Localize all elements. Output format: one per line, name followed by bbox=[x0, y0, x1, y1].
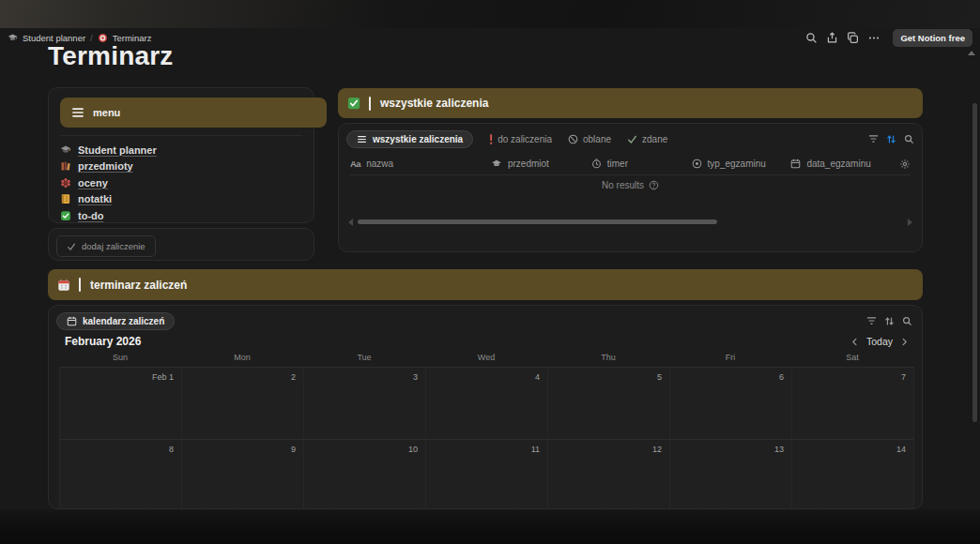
table-horizontal-scrollbar[interactable] bbox=[346, 218, 914, 226]
notebook-icon bbox=[60, 193, 71, 204]
books-icon bbox=[60, 160, 71, 172]
scrollbar-up-arrow[interactable] bbox=[968, 51, 975, 55]
assignments-callout-title: wszystkie zaliczenia bbox=[380, 97, 488, 110]
calendar-cell[interactable]: 6 bbox=[670, 368, 792, 440]
column-settings-gear-icon[interactable] bbox=[899, 159, 911, 170]
scrollbar-thumb[interactable] bbox=[358, 219, 717, 224]
graduation-cap-icon bbox=[491, 159, 502, 169]
filter-icon[interactable] bbox=[866, 316, 877, 325]
calendar-month-row: February 2026 Today bbox=[65, 333, 909, 350]
tab-oblane[interactable]: oblane bbox=[568, 134, 611, 144]
page-title: Terminarz bbox=[48, 41, 174, 71]
column-header-nazwa[interactable]: Aa nazwa bbox=[350, 159, 491, 169]
tab-label: zdane bbox=[642, 134, 667, 144]
date-label: 11 bbox=[531, 445, 540, 454]
sidebar-item-label: Student planner bbox=[78, 144, 157, 156]
tab-kalendarz-zaliczen[interactable]: kalendarz zaliczeń bbox=[56, 312, 175, 330]
sort-icon[interactable] bbox=[884, 316, 895, 326]
today-button[interactable]: Today bbox=[866, 336, 893, 347]
calendar-grid: Feb 1 2 3 4 5 6 7 8 9 10 11 12 13 14 bbox=[59, 367, 914, 509]
column-label: data_egzaminu bbox=[806, 159, 870, 169]
sidebar-item-to-do[interactable]: to-do bbox=[60, 207, 302, 224]
sidebar-item-label: przedmioty bbox=[78, 160, 133, 172]
calendar-cell[interactable]: 12 bbox=[548, 440, 670, 509]
bottom-window-band bbox=[0, 509, 980, 544]
sidebar-item-student-planner[interactable]: Student planner bbox=[60, 142, 302, 159]
column-label: timer bbox=[607, 159, 628, 169]
duplicate-icon[interactable] bbox=[847, 32, 859, 44]
tab-wszystkie-zaliczenia[interactable]: wszystkie zaliczenia bbox=[346, 130, 473, 148]
search-icon[interactable] bbox=[904, 134, 914, 144]
calendar-cell[interactable]: 5 bbox=[548, 368, 670, 440]
get-notion-free-button[interactable]: Get Notion free bbox=[893, 29, 972, 47]
share-icon[interactable] bbox=[826, 32, 838, 44]
scroll-right-arrow[interactable] bbox=[908, 219, 912, 226]
sidebar-item-oceny[interactable]: oceny bbox=[60, 174, 302, 191]
sort-icon[interactable] bbox=[886, 134, 896, 144]
scroll-left-arrow[interactable] bbox=[348, 219, 353, 226]
search-icon[interactable] bbox=[805, 32, 818, 44]
column-label: nazwa bbox=[366, 159, 393, 169]
calendar-cell[interactable]: 4 bbox=[426, 368, 548, 440]
calendar-cell[interactable]: 7 bbox=[792, 368, 914, 440]
column-header-timer[interactable]: timer bbox=[591, 159, 692, 169]
topbar-actions: Get Notion free bbox=[805, 29, 972, 47]
schedule-callout[interactable]: terminarz zaliczeń bbox=[48, 269, 923, 300]
weekday-label: Sat bbox=[791, 353, 913, 362]
menu-list: Student planner przedmioty oceny notatki… bbox=[60, 135, 302, 224]
calendar-cell[interactable]: 3 bbox=[304, 368, 426, 440]
chevron-left-icon[interactable] bbox=[850, 338, 859, 346]
date-label: 13 bbox=[774, 445, 784, 454]
list-icon bbox=[357, 135, 367, 144]
page-vertical-scrollbar[interactable] bbox=[972, 103, 977, 422]
schedule-callout-title: terminarz zaliczeń bbox=[90, 279, 187, 292]
more-options-icon[interactable] bbox=[867, 32, 880, 44]
calendar-cell[interactable]: 13 bbox=[670, 440, 792, 509]
date-label: 6 bbox=[779, 372, 784, 382]
sidebar-item-notatki[interactable]: notatki bbox=[60, 191, 302, 208]
column-header-przedmiot[interactable]: przedmiot bbox=[491, 159, 591, 169]
calendar-cell[interactable]: 14 bbox=[792, 440, 914, 509]
graduation-cap-icon bbox=[60, 144, 71, 156]
calendar-cell[interactable]: 2 bbox=[182, 368, 304, 440]
month-label: February 2026 bbox=[65, 335, 141, 348]
column-label: typ_egzaminu bbox=[708, 159, 766, 169]
filter-icon[interactable] bbox=[868, 134, 879, 144]
calendar-cell[interactable]: 10 bbox=[304, 440, 426, 509]
add-assignment-label: dodaj zaliczenie bbox=[82, 241, 145, 251]
date-label: 4 bbox=[535, 372, 540, 382]
date-label: 7 bbox=[901, 372, 906, 382]
add-assignment-button[interactable]: dodaj zaliczenie bbox=[56, 235, 156, 257]
tab-zdane[interactable]: zdane bbox=[627, 134, 667, 144]
date-label: 12 bbox=[652, 445, 662, 454]
calendar-cell[interactable]: 9 bbox=[182, 440, 304, 509]
tab-label: do zaliczenia bbox=[498, 134, 552, 144]
graduation-cap-icon bbox=[8, 33, 18, 43]
calendar-cell[interactable]: 11 bbox=[426, 440, 548, 509]
column-header-data-egzaminu[interactable]: data_egzaminu bbox=[790, 159, 899, 169]
sidebar-item-label: to-do bbox=[78, 210, 103, 221]
hamburger-icon bbox=[71, 107, 84, 118]
calendar-cell[interactable]: Feb 1 bbox=[60, 368, 182, 440]
assignments-table-card: wszystkie zaliczenia do zaliczenia oblan… bbox=[338, 123, 923, 252]
sidebar-item-przedmioty[interactable]: przedmioty bbox=[60, 159, 302, 175]
date-label: 5 bbox=[657, 372, 662, 382]
weekday-label: Mon bbox=[181, 353, 303, 362]
column-header-typ-egzaminu[interactable]: typ_egzaminu bbox=[692, 159, 791, 169]
calendar-card: kalendarz zaliczeń February 2026 Today bbox=[48, 305, 923, 509]
chevron-right-icon[interactable] bbox=[900, 338, 909, 346]
search-icon[interactable] bbox=[902, 316, 912, 326]
tab-label: kalendarz zaliczeń bbox=[83, 316, 164, 326]
date-label: Feb 1 bbox=[152, 372, 174, 382]
tab-label: oblane bbox=[583, 134, 611, 144]
calendar-navigation: Today bbox=[850, 336, 909, 347]
exclamation-icon bbox=[489, 134, 493, 144]
menu-callout[interactable]: menu bbox=[60, 98, 327, 128]
assignments-callout[interactable]: wszystkie zaliczenia bbox=[338, 88, 923, 118]
calendar-cell[interactable]: 8 bbox=[60, 440, 182, 509]
help-circle-icon[interactable] bbox=[649, 180, 659, 190]
menu-card: menu Student planner przedmioty oceny no… bbox=[48, 87, 314, 223]
tab-do-zaliczenia[interactable]: do zaliczenia bbox=[489, 134, 552, 144]
calendar-emoji-icon bbox=[57, 279, 70, 292]
assignments-view-tabs: wszystkie zaliczenia do zaliczenia oblan… bbox=[346, 129, 914, 148]
